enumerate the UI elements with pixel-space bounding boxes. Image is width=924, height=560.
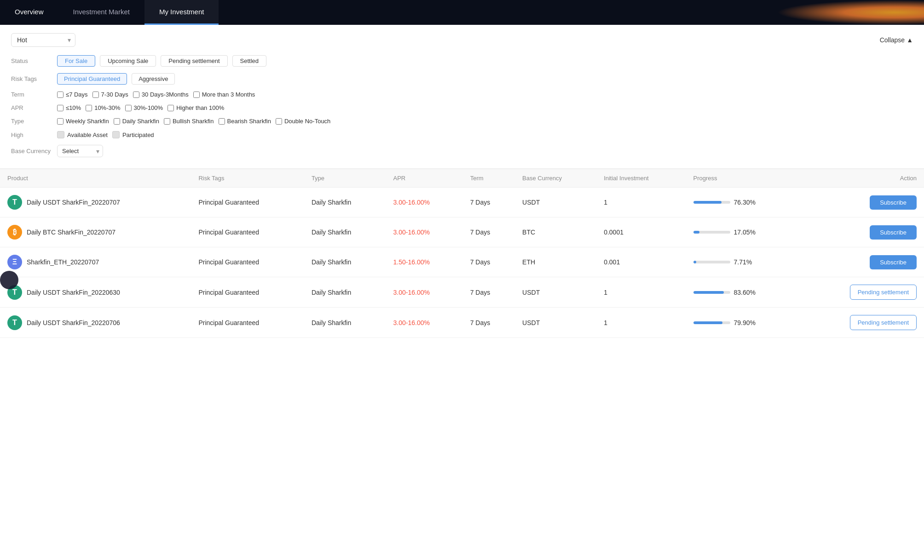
- status-btn-upcoming-sale[interactable]: Upcoming Sale: [100, 55, 156, 67]
- risk-tags-cell-1: Principal Guaranteed: [191, 217, 304, 247]
- coin-icon-eth: Ξ: [7, 255, 22, 269]
- progress-label: 7.71%: [734, 258, 752, 266]
- term-cell-1: 7 Days: [463, 217, 515, 247]
- sort-select[interactable]: Hot Latest APR High APR Low ▾: [11, 33, 75, 47]
- term-option-30days-3months[interactable]: 30 Days-3Months: [133, 91, 189, 98]
- progress-bar-fill: [693, 231, 700, 234]
- tab-my-investment[interactable]: My Investment: [144, 0, 219, 25]
- type-checkbox-weekly-sharkfin[interactable]: [57, 118, 64, 125]
- type-checkbox-double-no-touch[interactable]: [276, 118, 282, 125]
- col-header-base-currency: Base Currency: [515, 169, 596, 188]
- pending-settlement-button[interactable]: Pending settlement: [850, 285, 917, 300]
- table-header-row: Product Risk Tags Type APR Term Base Cur…: [0, 169, 924, 188]
- apr-option-10-30[interactable]: 10%-30%: [86, 104, 120, 111]
- type-label: Type: [11, 118, 57, 125]
- base-currency-cell-3: USDT: [515, 277, 596, 308]
- type-option-daily-sharkfin[interactable]: Daily Sharkfin: [114, 118, 159, 125]
- progress-label: 83.60%: [734, 289, 756, 296]
- progress-label: 79.90%: [734, 319, 756, 326]
- col-header-progress: Progress: [686, 169, 802, 188]
- term-option-more-than-3months[interactable]: More than 3 Months: [193, 91, 255, 98]
- product-info: Ξ Sharkfin_ETH_20220707: [7, 255, 184, 269]
- apr-checkbox-10-30[interactable]: [86, 105, 92, 111]
- status-btn-pending-settlement[interactable]: Pending settlement: [161, 55, 227, 67]
- progress-bar-background: [693, 261, 730, 263]
- progress-container: 7.71%: [693, 258, 794, 266]
- risk-btn-aggressive[interactable]: Aggressive: [132, 73, 175, 85]
- type-option-double-no-touch[interactable]: Double No-Touch: [276, 118, 330, 125]
- apr-options: ≤10% 10%-30% 30%-100% Higher than 100%: [57, 104, 224, 111]
- base-currency-cell-4: USDT: [515, 308, 596, 338]
- initial-investment-cell-1: 0.0001: [596, 217, 686, 247]
- high-options: Available Asset Participated: [57, 131, 154, 138]
- product-cell-0: T Daily USDT SharkFin_20220707: [0, 188, 191, 217]
- apr-label: APR: [11, 104, 57, 111]
- products-table: Product Risk Tags Type APR Term Base Cur…: [0, 169, 924, 338]
- col-header-product: Product: [0, 169, 191, 188]
- apr-checkbox-30-100[interactable]: [125, 105, 132, 111]
- status-filter-row: Status For Sale Upcoming Sale Pending se…: [11, 55, 913, 67]
- status-btn-for-sale[interactable]: For Sale: [57, 55, 95, 67]
- initial-investment-cell-4: 1: [596, 308, 686, 338]
- collapse-button[interactable]: Collapse ▲: [880, 36, 913, 44]
- apr-checkbox-higher-100[interactable]: [167, 105, 174, 111]
- tab-investment-market[interactable]: Investment Market: [58, 0, 144, 25]
- risk-tags-cell-4: Principal Guaranteed: [191, 308, 304, 338]
- progress-cell-4: 79.90%: [686, 308, 802, 338]
- col-header-type: Type: [304, 169, 386, 188]
- product-info: T Daily USDT SharkFin_20220706: [7, 315, 184, 330]
- high-filter-row: High Available Asset Participated: [11, 131, 913, 138]
- type-checkbox-bullish-sharkfin[interactable]: [164, 118, 170, 125]
- collapse-arrow-icon: ▲: [907, 36, 913, 44]
- sort-dropdown[interactable]: Hot Latest APR High APR Low: [11, 33, 75, 47]
- risk-tags-cell-2: Principal Guaranteed: [191, 247, 304, 277]
- base-currency-select[interactable]: Select USDT BTC ETH ▾: [57, 145, 103, 157]
- term-cell-3: 7 Days: [463, 277, 515, 308]
- high-option-participated[interactable]: Participated: [112, 131, 154, 138]
- type-option-weekly-sharkfin[interactable]: Weekly Sharkfin: [57, 118, 109, 125]
- product-name: Daily USDT SharkFin_20220707: [27, 199, 120, 206]
- product-name: Daily USDT SharkFin_20220630: [27, 289, 120, 296]
- pending-settlement-button[interactable]: Pending settlement: [850, 315, 917, 330]
- status-label: Status: [11, 57, 57, 64]
- progress-bar-background: [693, 321, 730, 324]
- products-table-container: Product Risk Tags Type APR Term Base Cur…: [0, 169, 924, 338]
- action-cell-4: Pending settlement: [802, 308, 924, 338]
- type-option-bearish-sharkfin[interactable]: Bearish Sharkfin: [219, 118, 271, 125]
- high-option-available-asset[interactable]: Available Asset: [57, 131, 108, 138]
- term-checkbox-more-than-3months[interactable]: [193, 91, 200, 98]
- progress-bar-fill: [693, 201, 722, 204]
- high-label: High: [11, 131, 57, 138]
- type-checkbox-bearish-sharkfin[interactable]: [219, 118, 225, 125]
- term-filter-row: Term ≤7 Days 7-30 Days 30 Days-3Months M…: [11, 91, 913, 98]
- risk-btn-principal-guaranteed[interactable]: Principal Guaranteed: [57, 73, 127, 85]
- progress-bar-background: [693, 201, 730, 204]
- term-checkbox-7days[interactable]: [57, 91, 64, 98]
- tab-overview[interactable]: Overview: [0, 0, 58, 25]
- col-header-initial-investment: Initial Investment: [596, 169, 686, 188]
- term-checkbox-7-30days[interactable]: [92, 91, 99, 98]
- apr-checkbox-le10[interactable]: [57, 105, 64, 111]
- risk-tags-cell-3: Principal Guaranteed: [191, 277, 304, 308]
- table-header: Product Risk Tags Type APR Term Base Cur…: [0, 169, 924, 188]
- col-header-term: Term: [463, 169, 515, 188]
- subscribe-button[interactable]: Subscribe: [870, 195, 917, 210]
- high-checkbox-available-asset-box: [57, 131, 64, 138]
- top-navigation: Overview Investment Market My Investment: [0, 0, 924, 25]
- term-option-7days[interactable]: ≤7 Days: [57, 91, 88, 98]
- col-header-action: Action: [802, 169, 924, 188]
- apr-option-30-100[interactable]: 30%-100%: [125, 104, 163, 111]
- apr-option-le10[interactable]: ≤10%: [57, 104, 81, 111]
- term-option-7-30days[interactable]: 7-30 Days: [92, 91, 128, 98]
- subscribe-button[interactable]: Subscribe: [870, 255, 917, 269]
- status-btn-settled[interactable]: Settled: [232, 55, 266, 67]
- apr-cell-2: 1.50-16.00%: [386, 247, 463, 277]
- table-body: T Daily USDT SharkFin_20220707 Principal…: [0, 188, 924, 338]
- subscribe-button[interactable]: Subscribe: [870, 225, 917, 240]
- apr-option-higher-100[interactable]: Higher than 100%: [167, 104, 224, 111]
- progress-container: 76.30%: [693, 199, 794, 206]
- type-option-bullish-sharkfin[interactable]: Bullish Sharkfin: [164, 118, 214, 125]
- term-checkbox-30days-3months[interactable]: [133, 91, 139, 98]
- type-checkbox-daily-sharkfin[interactable]: [114, 118, 120, 125]
- base-currency-dropdown[interactable]: Select USDT BTC ETH: [57, 145, 103, 157]
